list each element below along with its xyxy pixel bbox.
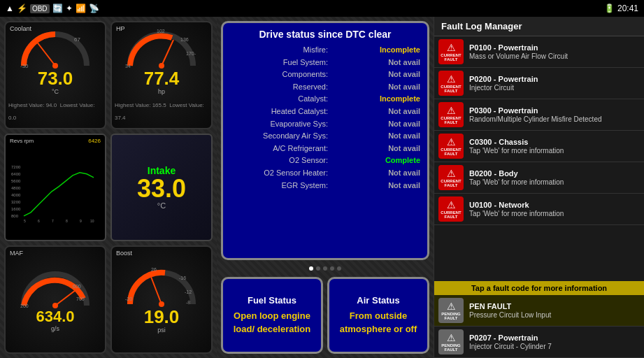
fault-badge-0: ⚠ CURRENTFAULT (438, 39, 464, 64)
dtc-row: Evaporative Sys: Not avail (230, 118, 420, 131)
intake-gauge: Intake 33.0 °C (110, 134, 213, 242)
svg-text:102: 102 (157, 29, 165, 34)
p0207-fault-code: P0207 - Powertrain (469, 334, 640, 342)
fault-code-1: P0200 - Powertrain (469, 75, 640, 83)
svg-text:4000: 4000 (11, 192, 21, 196)
fault-item-1[interactable]: ⚠ CURRENTFAULT P0200 - Powertrain Inject… (434, 68, 644, 99)
maf-unit: g/s (51, 325, 59, 332)
fault-code-3: C0300 - Chassis (469, 138, 640, 146)
coolant-value: 73.0 (38, 69, 73, 87)
svg-text:200: 200 (20, 303, 29, 308)
svg-line-2 (36, 41, 55, 66)
svg-text:136: 136 (180, 37, 189, 42)
svg-text:600: 600 (73, 284, 81, 289)
dtc-key: EGR System: (230, 180, 328, 192)
dtc-row: EGR System: Not avail (230, 180, 420, 192)
tap-info-bar: Tap a fault code for more information (434, 281, 644, 295)
p0207-fault-info: P0207 - Powertrain Injector Circuit - Cy… (469, 334, 640, 351)
fault-desc-1: Injector Circuit (469, 83, 640, 92)
main-content: Coolant -30 67 73.0 °C Highe (0, 17, 644, 358)
middle-panel: Drive status since DTC clear Misfire: In… (217, 17, 434, 358)
fault-code-5: U0100 - Network (469, 201, 640, 209)
svg-text:7: 7 (52, 218, 54, 222)
fault-code-0: P0100 - Powertrain (469, 43, 640, 52)
svg-text:4800: 4800 (11, 185, 21, 189)
air-status-value: From outside atmosphere or off (335, 310, 422, 335)
signal-icon: ▲ (6, 3, 14, 13)
revs-value: 6426 (88, 138, 101, 144)
revs-gauge: Revs rpm 6426 7200 6400 5600 4800 4000 3… (4, 134, 106, 242)
fault-badge-1: ⚠ CURRENTFAULT (438, 71, 464, 96)
fault-item-5[interactable]: ⚠ CURRENTFAULT U0100 - Network Tap 'Web'… (434, 194, 644, 225)
pending-fault-info: PEN FAULT Pressure Circuit Low Input (469, 302, 640, 320)
dtc-val: Not avail (388, 81, 420, 94)
fault-log-header: Fault Log Manager (434, 17, 644, 36)
status-bar-left-icons: ▲ ⚡ OBD 🔄 ✦ 📶 📡 (6, 3, 99, 13)
status-buttons: Fuel Status Open loop engine load/ decel… (221, 277, 429, 354)
pending-fault-desc: Pressure Circuit Low Input (469, 310, 640, 320)
svg-text:6400: 6400 (11, 171, 21, 176)
pending-badge-label: PENDINGFAULT (441, 312, 460, 320)
dtc-row: Fuel System: Not avail (230, 57, 420, 69)
fuel-status-value: Open loop engine load/ deceleration (229, 310, 315, 335)
svg-text:6: 6 (38, 218, 40, 222)
hp-gauge: HP 34 102 136 170- 77.4 hp Highest Value… (110, 21, 213, 129)
pending-fault-code: PEN FAULT (469, 302, 640, 310)
dtc-val: Incomplete (380, 44, 420, 57)
svg-line-8 (162, 40, 173, 66)
svg-text:1600: 1600 (11, 206, 21, 210)
dtc-row: Heated Catalyst: Not avail (230, 106, 420, 118)
fault-info-5: U0100 - Network Tap 'Web' for more infor… (469, 201, 640, 218)
dtc-val: Not avail (388, 69, 420, 81)
fault-item-3[interactable]: ⚠ CURRENTFAULT C0300 - Chassis Tap 'Web'… (434, 131, 644, 162)
dtc-row: Reserved: Not avail (230, 81, 420, 94)
boost-value: 19.0 (144, 308, 180, 326)
dtc-val: Incomplete (380, 93, 420, 106)
fault-info-1: P0200 - Powertrain Injector Circuit (469, 75, 640, 92)
dtc-val: Complete (385, 155, 420, 167)
svg-text:-8: -8 (186, 300, 190, 305)
svg-text:5600: 5600 (11, 178, 21, 182)
dtc-val: Not avail (388, 57, 420, 69)
dtc-row: O2 Sensor: Complete (230, 155, 420, 167)
dot-2 (316, 266, 320, 271)
fault-item-p0207[interactable]: ⚠ PENDINGFAULT P0207 - Powertrain Inject… (434, 327, 644, 358)
dtc-key: O2 Sensor: (230, 155, 328, 167)
svg-text:67: 67 (74, 36, 80, 43)
maf-arc-svg: 200 600 700 (17, 267, 94, 309)
fault-info-4: B0200 - Body Tap 'Web' for more informat… (469, 169, 640, 187)
fault-item-4[interactable]: ⚠ CURRENTFAULT B0200 - Body Tap 'Web' fo… (434, 162, 644, 194)
dtc-key: Fuel System: (230, 57, 328, 69)
fault-item-2[interactable]: ⚠ CURRENTFAULT P0300 - Powertrain Random… (434, 99, 644, 131)
dot-1 (309, 266, 313, 271)
dtc-val: Not avail (388, 143, 420, 155)
dtc-val: Not avail (388, 180, 420, 192)
dtc-key: Catalyst: (230, 93, 328, 106)
signal2-icon: 📡 (89, 3, 99, 13)
boost-gauge: Boost -20 26 -16 -12 -8 -4 19.0 psi (110, 245, 213, 354)
svg-text:-12: -12 (185, 289, 192, 294)
fuel-status-button[interactable]: Fuel Status Open loop engine load/ decel… (221, 277, 323, 354)
fault-desc-0: Mass or Volume Air Flow Circuit (469, 52, 640, 61)
fault-code-4: B0200 - Body (469, 169, 640, 178)
maf-value: 634.0 (36, 309, 74, 324)
fault-badge-p0207: ⚠ PENDINGFAULT (438, 329, 464, 355)
svg-text:3200: 3200 (11, 199, 21, 203)
fault-item-pending[interactable]: ⚠ PENDINGFAULT PEN FAULT Pressure Circui… (434, 295, 644, 327)
dtc-key: O2 Sensor Heater: (230, 167, 328, 180)
svg-line-27 (55, 288, 78, 306)
dtc-key: Evaporative Sys: (230, 118, 328, 131)
fault-item-0[interactable]: ⚠ CURRENTFAULT P0100 - Powertrain Mass o… (434, 36, 644, 68)
battery-icon: 🔋 (604, 3, 615, 13)
status-bar-right: 🔋 20:41 (604, 3, 638, 13)
dtc-row: O2 Sensor Heater: Not avail (230, 167, 420, 180)
dtc-row: Secondary Air Sys: Not avail (230, 130, 420, 143)
air-status-button[interactable]: Air Status From outside atmosphere or of… (327, 277, 429, 354)
dtc-row: Catalyst: Incomplete (230, 93, 420, 106)
svg-text:7200: 7200 (11, 164, 21, 169)
svg-text:-16: -16 (179, 275, 186, 280)
bluetooth-icon: ✦ (66, 3, 73, 13)
boost-unit: psi (157, 327, 166, 334)
fault-badge-5: ⚠ CURRENTFAULT (438, 196, 464, 222)
hp-value: 77.4 (144, 69, 180, 87)
